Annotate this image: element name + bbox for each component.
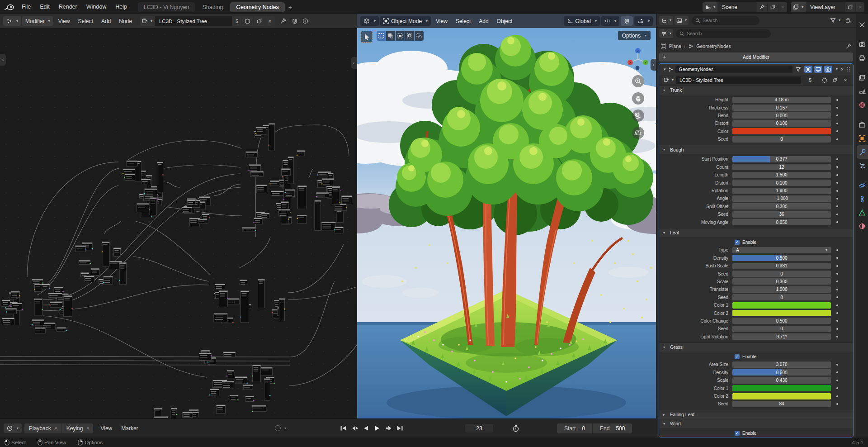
color-swatch-color-2[interactable] bbox=[732, 393, 831, 399]
menu-select[interactable]: Select bbox=[74, 18, 97, 24]
color-swatch-color-1[interactable] bbox=[732, 385, 831, 391]
animate-dot-icon[interactable] bbox=[836, 205, 838, 207]
snap-target-dropdown[interactable]: ▾ bbox=[634, 16, 653, 26]
render-display-toggle[interactable] bbox=[824, 66, 832, 73]
animate-dot-icon[interactable] bbox=[836, 123, 838, 124]
outliner-filter-icon-dropdown[interactable]: ▾ bbox=[675, 16, 689, 25]
value-field[interactable]: 0.300 bbox=[732, 278, 831, 285]
animate-dot-icon[interactable] bbox=[836, 387, 838, 389]
editor-type-button[interactable]: ▾ bbox=[360, 16, 379, 26]
tab-world[interactable] bbox=[856, 98, 868, 112]
new-copy-icon[interactable] bbox=[830, 76, 840, 84]
animate-dot-icon[interactable] bbox=[836, 395, 838, 397]
menu-node[interactable]: Node bbox=[115, 18, 136, 24]
section-header-wind[interactable]: ▾Wind bbox=[659, 419, 853, 428]
copy-icon[interactable] bbox=[845, 2, 855, 12]
auto-keying-controls[interactable]: ▾ bbox=[275, 425, 286, 431]
node-group-browse-button[interactable]: ▾ bbox=[140, 16, 155, 26]
menu-marker[interactable]: Marker bbox=[117, 425, 142, 432]
tab-viewlayer[interactable] bbox=[856, 71, 868, 85]
animate-dot-icon[interactable] bbox=[836, 336, 838, 338]
unlink-button[interactable]: × bbox=[840, 76, 850, 84]
animate-dot-icon[interactable] bbox=[836, 281, 838, 282]
add-workspace-button[interactable]: + bbox=[285, 4, 296, 11]
animate-dot-icon[interactable] bbox=[836, 364, 838, 366]
viewport-3d[interactable]: ▾ Object Mode▾ ViewSelectAddObject Globa… bbox=[357, 14, 656, 418]
value-field[interactable]: -1.000 bbox=[732, 195, 831, 202]
menu-render[interactable]: Render bbox=[54, 0, 82, 14]
modifier-name-field[interactable]: GeometryNodes bbox=[675, 66, 793, 73]
snap-magnet-icon[interactable] bbox=[292, 18, 298, 24]
select-invert-button[interactable] bbox=[405, 31, 414, 41]
select-intersect-button[interactable] bbox=[415, 31, 424, 41]
section-header-grass[interactable]: ▾Grass bbox=[659, 342, 853, 352]
value-field[interactable]: 0 bbox=[732, 136, 831, 143]
node-group-browse-button[interactable]: ▾ bbox=[662, 76, 675, 84]
value-field[interactable]: 0.050 bbox=[732, 219, 831, 225]
value-field[interactable]: 0.500 bbox=[732, 318, 831, 324]
animate-dot-icon[interactable] bbox=[836, 403, 838, 405]
rendered-scene[interactable] bbox=[357, 28, 656, 418]
section-header-trunk[interactable]: ▾Trunk bbox=[659, 86, 853, 95]
animate-dot-icon[interactable] bbox=[836, 296, 838, 298]
remove-modifier-button[interactable]: × bbox=[840, 67, 845, 72]
animate-dot-icon[interactable] bbox=[836, 158, 838, 160]
workspace-tab[interactable]: LC3D - Vi Nguyen bbox=[138, 2, 195, 12]
animate-dot-icon[interactable] bbox=[836, 182, 838, 184]
menu-help[interactable]: Help bbox=[111, 0, 132, 14]
scene-selector[interactable]: ▾ Scene × bbox=[703, 2, 787, 12]
expand-caret-icon[interactable]: ▾ bbox=[664, 67, 666, 71]
blender-logo-icon[interactable] bbox=[4, 3, 15, 12]
value-field[interactable]: 0.377 bbox=[732, 156, 831, 162]
edit-mode-toggle[interactable] bbox=[804, 66, 812, 73]
active-tool-tweak-button[interactable] bbox=[361, 31, 373, 43]
value-field[interactable]: 0 bbox=[732, 326, 831, 332]
snap-magnet-toggle[interactable] bbox=[621, 16, 633, 26]
unlink-button[interactable]: × bbox=[265, 16, 274, 26]
animate-dot-icon[interactable] bbox=[836, 249, 838, 251]
menu-object[interactable]: Object bbox=[493, 18, 517, 24]
viewlayer-name[interactable]: ViewLayer bbox=[806, 4, 844, 10]
end-frame-field[interactable]: End500 bbox=[593, 423, 632, 433]
pin-icon[interactable] bbox=[280, 18, 286, 24]
node-graph-canvas[interactable] bbox=[0, 28, 357, 418]
pan-hand-gizmo-button[interactable] bbox=[632, 92, 644, 105]
checkbox-checked[interactable]: ✓ bbox=[735, 354, 740, 359]
value-field[interactable]: 0.430 bbox=[732, 377, 831, 384]
workspace-tab[interactable]: Shading bbox=[196, 2, 229, 12]
dropdown-field[interactable]: A▾ bbox=[732, 247, 831, 253]
sidebar-toggle-arrow[interactable]: ‹ bbox=[351, 57, 357, 69]
animate-dot-icon[interactable] bbox=[836, 273, 838, 275]
menu-add[interactable]: Add bbox=[97, 18, 115, 24]
tab-render[interactable] bbox=[856, 38, 868, 51]
animate-dot-icon[interactable] bbox=[836, 214, 838, 215]
animate-dot-icon[interactable] bbox=[836, 289, 838, 290]
copy-icon[interactable] bbox=[768, 2, 778, 12]
on-cage-toggle[interactable] bbox=[794, 66, 802, 73]
section-header-leaf[interactable]: ▾Leaf bbox=[659, 228, 853, 237]
pin-icon[interactable] bbox=[846, 43, 851, 49]
proportional-edit-icon[interactable] bbox=[302, 18, 308, 24]
value-field[interactable]: 0.381 bbox=[732, 263, 831, 269]
select-box-new-button[interactable] bbox=[377, 31, 386, 41]
current-frame-field[interactable]: 23 bbox=[465, 423, 494, 433]
tab-material[interactable] bbox=[856, 219, 868, 233]
menu-view[interactable]: View bbox=[54, 18, 74, 24]
record-icon[interactable] bbox=[275, 425, 281, 431]
camera-view-gizmo-button[interactable] bbox=[632, 109, 644, 122]
animate-dot-icon[interactable] bbox=[836, 174, 838, 176]
animate-dot-icon[interactable] bbox=[836, 320, 838, 322]
realtime-display-toggle[interactable] bbox=[814, 66, 822, 73]
start-frame-field[interactable]: Start0 bbox=[557, 423, 593, 433]
properties-search-input[interactable]: Search bbox=[676, 29, 771, 38]
viewport-options-dropdown[interactable]: Options▾ bbox=[618, 31, 651, 40]
select-extend-button[interactable] bbox=[386, 31, 395, 41]
menu-view[interactable]: View bbox=[432, 18, 452, 24]
tab-particles[interactable] bbox=[856, 159, 868, 172]
value-field[interactable]: 9.71° bbox=[732, 333, 831, 340]
previous-keyframe-button[interactable] bbox=[349, 423, 360, 433]
add-modifier-button[interactable]: + Add Modifier bbox=[659, 52, 853, 62]
animate-dot-icon[interactable] bbox=[836, 166, 838, 168]
play-reverse-button[interactable] bbox=[361, 423, 371, 433]
select-subtract-button[interactable] bbox=[396, 31, 405, 41]
